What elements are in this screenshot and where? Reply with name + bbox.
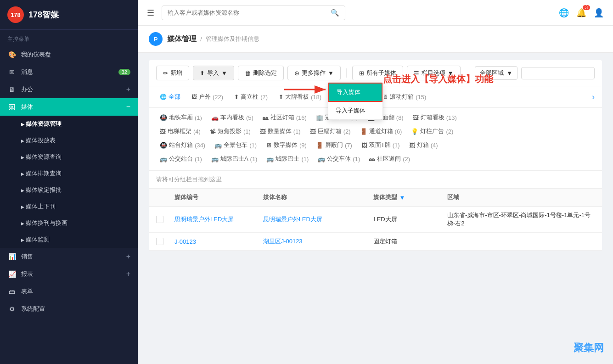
- td-name-2[interactable]: 湖里区J-00123: [263, 237, 374, 246]
- subcat-community-gate[interactable]: 🏘 社区道闸 (2): [366, 153, 414, 165]
- app-name: 178智媒: [28, 9, 59, 20]
- table-header: 媒体编号 媒体名称 媒体类型 ▼ 区域: [149, 189, 602, 207]
- import-child-item[interactable]: 导入子媒体: [328, 102, 382, 119]
- search-icon: 🔍: [331, 9, 339, 17]
- message-badge: 32: [118, 69, 130, 75]
- toolbar-container: ✏ 新增 ⬆ 导入 ▼ 🗑 删除选定 ⊕ 更多操作 ▼: [149, 60, 602, 86]
- pillar-cat-icon: ⬆: [234, 94, 239, 100]
- subcat-double-t[interactable]: 🖼 双面T牌 (1): [358, 139, 404, 151]
- cat-item-outdoor[interactable]: 🖼 户外 (22): [188, 91, 227, 103]
- td-region-1: 山东省-威海市-市区-环翠区-尚城国际-1号楼-1单元-1号梯-右2: [447, 211, 595, 228]
- subcat-car-board[interactable]: 🚗 车内看板 (5): [208, 112, 257, 123]
- subcat-metro-car[interactable]: 🚇 地铁车厢 (1): [156, 112, 206, 123]
- td-type-2: 固定灯箱: [373, 237, 447, 246]
- subcat-corridor-lightbox[interactable]: 🚪 通道灯箱 (6): [356, 125, 406, 137]
- pole-ad-icon: 💡: [411, 128, 418, 135]
- sidebar-item-label: 表单: [21, 287, 33, 296]
- row-checkbox-2[interactable]: [156, 238, 163, 245]
- sidebar-section-label: 主控菜单: [0, 30, 138, 46]
- sales-plus-icon: +: [126, 252, 130, 261]
- subcat-bus-stop[interactable]: 🚌 公交站台 (1): [156, 153, 206, 165]
- sidebar-item-media[interactable]: 🖼 媒体 −: [0, 98, 138, 116]
- subcat-intercity-bus[interactable]: 🚌 城际巴士 (1): [263, 153, 312, 165]
- lightbox-cat-icon: 🖥: [382, 94, 388, 100]
- import-button[interactable]: ⬆ 导入 ▼: [193, 66, 234, 80]
- community-gate-icon: 🏘: [369, 156, 375, 162]
- add-button[interactable]: ✏ 新增: [156, 66, 189, 80]
- elevator-icon: 🖼: [160, 128, 166, 135]
- sidebar-item-label: 销售: [21, 252, 33, 261]
- td-id-1[interactable]: 思明瑞景户外LED大屏: [174, 215, 263, 224]
- cat-item-lightbox[interactable]: 🖥 滚动灯箱 (15): [379, 91, 430, 103]
- logo-icon: 178: [7, 6, 24, 23]
- sidebar-item-settings[interactable]: ⚙ 系统配置: [0, 300, 138, 318]
- sidebar-item-media-query[interactable]: 媒体资源查询: [0, 149, 138, 165]
- sidebar-item-media-schedule[interactable]: 媒体投放表: [0, 132, 138, 149]
- subcat-elevator[interactable]: 🖼 电梯框架 (4): [156, 125, 204, 137]
- screen-door-icon: 🚪: [316, 142, 323, 149]
- sidebar-item-forms[interactable]: 🗃 表单: [0, 283, 138, 300]
- naming-icon: 🏢: [316, 114, 323, 121]
- sidebar-item-dashboard[interactable]: 🎨 我的仪表盘: [0, 46, 138, 63]
- reports-plus-icon: +: [126, 270, 130, 278]
- table-search-input[interactable]: [521, 67, 595, 79]
- media-submenu: 媒体资源管理 媒体投放表 媒体资源查询 媒体排期查询 媒体锁定报批 媒体上下刊 …: [0, 116, 138, 248]
- sidebar-item-media-swap[interactable]: 媒体换刊与换画: [0, 215, 138, 231]
- search-input[interactable]: [168, 9, 331, 16]
- children-icon: ⊞: [359, 70, 364, 77]
- subcat-platform-lightbox[interactable]: 🚇 站台灯箱 (34): [156, 139, 209, 151]
- import-dropdown-menu: 导入媒体 导入子媒体: [328, 82, 383, 120]
- more-button[interactable]: ⊕ 更多操作 ▼: [287, 66, 341, 80]
- delete-icon: 🗑: [245, 70, 251, 77]
- subcat-quantity-media[interactable]: 🖼 数量媒体 (1): [256, 125, 304, 137]
- sidebar-item-media-monitor[interactable]: 媒体监测: [0, 231, 138, 248]
- subcat-projector[interactable]: 📽 短焦投影 (1): [206, 125, 254, 137]
- sidebar-item-messages[interactable]: ✉ 消息 32: [0, 63, 138, 81]
- add-icon: ✏: [163, 70, 168, 77]
- sidebar-item-media-resource[interactable]: 媒体资源管理: [0, 116, 138, 132]
- bus-body-icon: 🚌: [318, 156, 325, 162]
- subcat-digital-media[interactable]: 🖥 数字媒体 (9): [262, 139, 310, 151]
- sidebar-item-media-lock[interactable]: 媒体锁定报批: [0, 182, 138, 198]
- td-name-1[interactable]: 思明瑞景户外LED大屏: [263, 215, 374, 224]
- sales-icon: 📊: [7, 253, 17, 260]
- globe-icon[interactable]: 🌐: [559, 8, 569, 18]
- breadcrumb-separator: /: [200, 36, 202, 43]
- td-id-2[interactable]: J-00123: [174, 238, 263, 245]
- sidebar-item-sales[interactable]: 📊 销售 +: [0, 248, 138, 265]
- sidebar-item-office[interactable]: 🖥 办公 +: [0, 81, 138, 98]
- sidebar-item-label: 消息: [21, 68, 33, 76]
- sidebar-item-reports[interactable]: 📈 报表 +: [0, 265, 138, 283]
- cat-item-all[interactable]: 🌐 全部: [156, 91, 184, 103]
- filter-icon[interactable]: ▼: [399, 194, 405, 201]
- menu-toggle-icon[interactable]: ☰: [147, 8, 154, 18]
- messages-icon: ✉: [7, 68, 17, 76]
- user-icon[interactable]: 👤: [594, 8, 604, 18]
- lightbox-simple-icon: 🖼: [409, 142, 415, 149]
- subcat-giant-lightbox[interactable]: 🖼 巨幅灯箱 (2): [306, 125, 354, 137]
- outdoor-cat-icon: 🖼: [191, 94, 197, 100]
- intercity-bus-a-icon: 🚌: [211, 156, 219, 162]
- subcat-pole-ad[interactable]: 💡 灯柱广告 (2): [407, 125, 457, 137]
- media-minus-icon: −: [126, 103, 130, 111]
- data-table: 媒体编号 媒体名称 媒体类型 ▼ 区域 思明瑞景户外LED大屏 思明瑞景户外LE…: [149, 189, 602, 251]
- subcat-lightbox-simple[interactable]: 🖼 灯箱 (4): [405, 139, 442, 151]
- table-row: 思明瑞景户外LED大屏 思明瑞景户外LED大屏 LED大屏 山东省-威海市-市区…: [149, 207, 602, 233]
- import-media-item[interactable]: 导入媒体: [328, 83, 382, 102]
- globe-cat-icon: 🌐: [160, 94, 167, 100]
- delete-button[interactable]: 🗑 删除选定: [238, 66, 284, 80]
- sidebar-item-media-period[interactable]: 媒体排期查询: [0, 165, 138, 182]
- notification-icon[interactable]: 🔔 3: [576, 8, 586, 18]
- subcat-bus-body[interactable]: 🚌 公交车体 (1): [314, 153, 364, 165]
- subcat-community-lightbox[interactable]: 🏘 社区灯箱 (16): [259, 112, 310, 123]
- sidebar-item-label: 办公: [21, 85, 33, 94]
- scroll-right-icon[interactable]: ›: [592, 92, 595, 102]
- subcat-full-wrap-bus[interactable]: 🚌 全景包车 (1): [211, 139, 260, 151]
- subcat-lightbox-board[interactable]: 🖼 灯箱看板 (13): [409, 112, 461, 123]
- sidebar-item-media-updown[interactable]: 媒体上下刊: [0, 198, 138, 215]
- subcat-intercity-bus-a[interactable]: 🚌 城际巴士A (1): [208, 153, 261, 165]
- cat-item-pillar[interactable]: ⬆ 高立柱 (7): [231, 91, 271, 103]
- row-checkbox-1[interactable]: [156, 216, 163, 223]
- forms-icon: 🗃: [7, 288, 17, 295]
- subcat-screen-door[interactable]: 🚪 屏蔽门 (7): [312, 139, 356, 151]
